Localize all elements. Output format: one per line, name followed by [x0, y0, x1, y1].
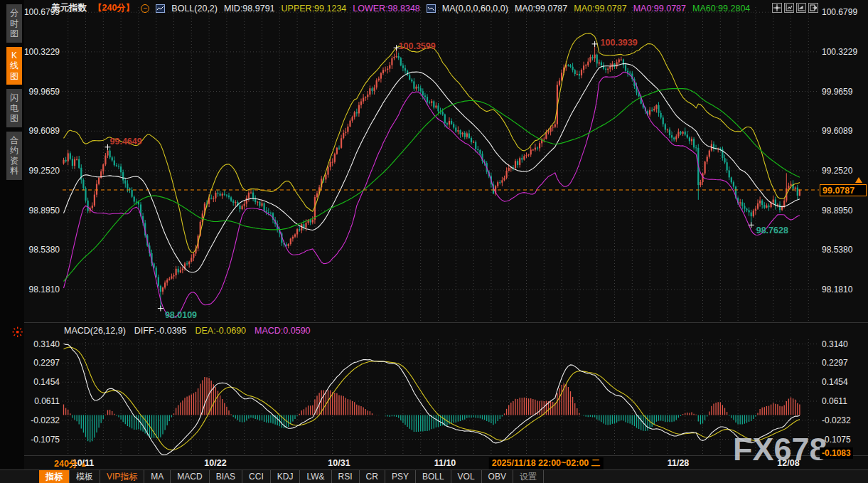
- window-icon-group: [772, 3, 818, 13]
- current-price-tag: 99.0787: [820, 184, 867, 196]
- boll-indicator-icon[interactable]: [156, 4, 165, 13]
- ma-label[interactable]: MA(0,0,0,60,0,0): [442, 4, 508, 14]
- toolbar-item-rsi[interactable]: RSI: [332, 470, 360, 483]
- price-axis-label-left: 99.9659: [21, 87, 60, 97]
- period-tag: 【240分】: [93, 2, 134, 14]
- price-axis-label-right: 99.2520: [822, 166, 866, 176]
- price-axis-label-right: 100.3229: [822, 47, 866, 57]
- toolbar-item-settings[interactable]: 设置: [513, 470, 544, 483]
- toolbar-item-lwr[interactable]: LW&: [300, 470, 331, 483]
- macd-diff-value: DIFF:-0.0395: [134, 326, 187, 336]
- boll-label[interactable]: BOLL(20,2): [171, 4, 218, 14]
- price-axis-label-right: 99.6089: [822, 126, 866, 136]
- macd-crosshair-value: -0.1083: [820, 447, 853, 459]
- trading-app-window: 分 时 图K 线 图闪 电 图合 约 资 料 99.464998.0109100…: [0, 0, 868, 483]
- price-axis-label-right: 98.5380: [822, 245, 866, 255]
- high-price-annotation: 99.4649: [110, 137, 142, 147]
- price-axis-label-left: 98.8950: [21, 206, 60, 216]
- xaxis-tick[interactable]: 11/28: [668, 458, 690, 468]
- boll-lower-value: LOWER:98.8348: [353, 4, 420, 14]
- toolbar-item-cr[interactable]: CR: [360, 470, 385, 483]
- price-axis-label-right: 98.8950: [822, 206, 866, 216]
- period-selector[interactable]: 240分 ▲: [54, 458, 87, 470]
- price-axis-label-right: 98.1810: [822, 285, 866, 294]
- low-price-annotation: 98.7628: [756, 225, 788, 235]
- toolbar-item-template[interactable]: 模板: [70, 470, 100, 483]
- xaxis-tick[interactable]: 11/10: [434, 458, 456, 468]
- toolbar-item-kdj[interactable]: KDJ: [271, 470, 301, 483]
- sidebar-item-contract-info[interactable]: 合 约 资 料: [6, 132, 22, 180]
- toolbar-item-indicator[interactable]: 指标: [39, 470, 70, 483]
- period-arrow-icon: ▲: [80, 460, 87, 468]
- macd-axis-label-left: -0.0232: [21, 415, 60, 425]
- high-price-annotation: 100.3939: [601, 38, 638, 48]
- ma0-value-magenta: MA0:99.0787: [633, 4, 686, 14]
- ma-indicator-icon[interactable]: [427, 4, 436, 13]
- price-axis-label-left: 100.3229: [21, 47, 60, 57]
- toolbar-item-boll[interactable]: BOLL: [416, 470, 451, 483]
- high-price-annotation: 100.3599: [399, 41, 436, 51]
- new-window-icon[interactable]: [808, 3, 818, 13]
- price-up-arrow-icon: [855, 177, 862, 183]
- toolbar-item-macd[interactable]: MACD: [171, 470, 209, 483]
- indicator-settings-icon[interactable]: [12, 327, 23, 337]
- xaxis-tick[interactable]: 10/31: [328, 458, 350, 468]
- macd-macd-value: MACD:0.0590: [254, 326, 311, 336]
- price-axis-label-right: 100.6799: [822, 7, 866, 17]
- gridlines: [63, 7, 819, 455]
- chart-header: 美元指数 【240分】 − BOLL(20,2) MID:98.9791 UPP…: [51, 2, 750, 14]
- macd-params-label[interactable]: MACD(26,12,9): [64, 326, 126, 336]
- toolbar-item-ma[interactable]: MA: [144, 470, 171, 483]
- price-annotations: 99.464998.0109100.3599100.393998.7628: [105, 38, 788, 320]
- pane-divider: [0, 322, 868, 323]
- macd-axis-label-right: 0.3140: [822, 339, 866, 349]
- macd-axis-label-left: 0.0611: [21, 396, 60, 406]
- macd-axis-label-right: 0.0611: [822, 396, 866, 406]
- macd-dea-value: DEA:-0.0690: [195, 326, 246, 336]
- toolbar-item-vol[interactable]: VOL: [451, 470, 482, 483]
- low-price-annotation: 98.0109: [165, 310, 197, 320]
- sidebar-item-time-chart[interactable]: 分 时 图: [6, 4, 22, 43]
- price-axis-label-left: 99.2520: [21, 166, 60, 176]
- toolbar-item-vip-indicator[interactable]: VIP指标: [100, 470, 144, 483]
- toolbar-item-bias[interactable]: BIAS: [210, 470, 242, 483]
- ma0-value-white: MA0:99.0787: [515, 4, 567, 14]
- price-axis-label-left: 98.5380: [21, 245, 60, 255]
- sidebar: 分 时 图K 线 图闪 电 图合 约 资 料: [0, 0, 24, 483]
- price-axis-label-left: 98.1810: [21, 285, 60, 294]
- price-axis-label-right: 99.9659: [822, 87, 866, 97]
- xaxis-tick[interactable]: 10/22: [204, 458, 226, 468]
- toolbar-item-psy[interactable]: PSY: [385, 470, 416, 483]
- collapse-icon[interactable]: −: [141, 4, 149, 13]
- macd-axis-label-right: 0.1454: [822, 377, 866, 387]
- period-text: 240分: [54, 459, 77, 469]
- move-chart-icon[interactable]: [772, 3, 782, 13]
- toolbar-item-obv[interactable]: OBV: [482, 470, 513, 483]
- axis-scale-icon[interactable]: [784, 3, 794, 13]
- page-forward-icon[interactable]: [796, 3, 806, 13]
- macd-header: MACD(26,12,9) DIFF:-0.0395 DEA:-0.0690 M…: [64, 326, 311, 336]
- candles: [63, 44, 800, 309]
- macd-axis-label-left: -0.1075: [21, 435, 60, 445]
- boll-mid-value: MID:98.9791: [224, 4, 275, 14]
- symbol-name: 美元指数: [51, 2, 87, 14]
- macd-axis-label-left: 0.2297: [21, 358, 60, 368]
- ma60-value: MA60:99.2804: [692, 4, 750, 14]
- macd-axis-label-left: 0.1454: [21, 377, 60, 387]
- macd-axis-label-left: 0.3140: [21, 339, 60, 349]
- macd-axis-label-right: 0.2297: [822, 358, 866, 368]
- watermark: FX678: [733, 431, 827, 468]
- boll-upper-value: UPPER:99.1234: [282, 4, 347, 14]
- ma0-value-yellow: MA0:99.0787: [574, 4, 626, 14]
- toolbar-item-cci[interactable]: CCI: [242, 470, 271, 483]
- indicator-toolbar: 指标模板VIP指标MAMACDBIASCCIKDJLW&RSICRPSYBOLL…: [0, 469, 868, 483]
- sidebar-item-kline-chart[interactable]: K 线 图: [6, 47, 22, 85]
- macd-axis-label-right: -0.1075: [822, 435, 866, 445]
- xaxis-highlighted-date: 2025/11/18 22:00~02:00 二: [489, 457, 604, 469]
- macd-axis-label-right: -0.0232: [822, 415, 866, 425]
- price-axis-label-left: 99.6089: [21, 126, 60, 136]
- sidebar-item-flash-chart[interactable]: 闪 电 图: [6, 89, 22, 127]
- chart-canvas[interactable]: 99.464998.0109100.3599100.393998.7628: [0, 0, 868, 483]
